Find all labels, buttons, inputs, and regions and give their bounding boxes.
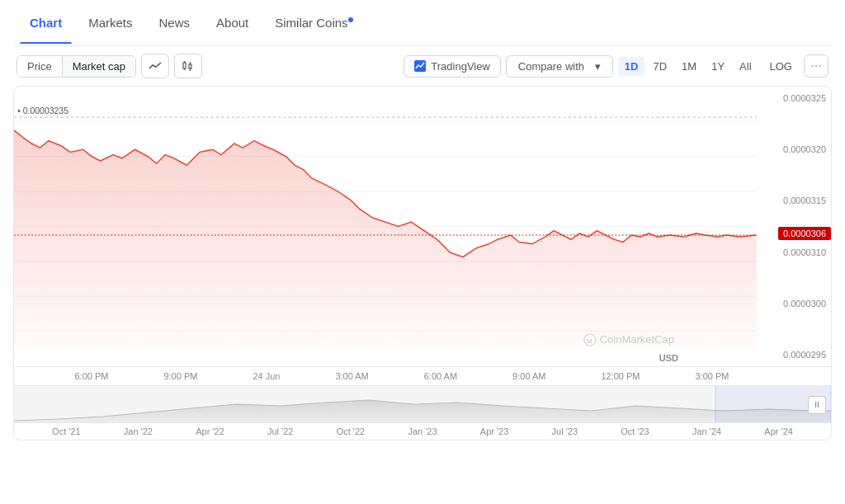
candle-chart-icon-button[interactable]: [174, 54, 202, 78]
line-chart-icon: [149, 61, 162, 71]
line-chart-icon-button[interactable]: [141, 54, 169, 78]
tab-navigation: Chart Markets News About Similar Coins: [13, 0, 832, 46]
mini-x-6: Jan '23: [408, 426, 437, 436]
price-chart-svg: • 0.00003235: [14, 87, 757, 366]
log-button[interactable]: LOG: [763, 57, 799, 76]
mini-x-8: Jul '23: [552, 426, 578, 436]
chart-toolbar: Price Market cap TradingView: [13, 46, 832, 86]
tab-chart[interactable]: Chart: [20, 9, 72, 36]
chart-x-axis: 6:00 PM 9:00 PM 24 Jun 3:00 AM 6:00 AM 9…: [14, 366, 831, 385]
mini-x-1: Oct '21: [52, 426, 81, 436]
time-range-group: 1D 7D 1M 1Y All: [618, 57, 758, 76]
mini-x-9: Oct '23: [621, 426, 649, 436]
watermark-text: CoinMarketCap: [600, 333, 674, 346]
tab-about[interactable]: About: [206, 9, 258, 36]
x-label-4: 3:00 AM: [335, 371, 368, 381]
time-1y-button[interactable]: 1Y: [705, 57, 731, 76]
pause-icon: ⏸: [813, 400, 821, 409]
x-label-3: 24 Jun: [253, 371, 280, 381]
ellipsis-icon: ···: [810, 59, 821, 73]
candle-chart-icon: [182, 60, 195, 72]
mini-x-axis: Oct '21 Jan '22 Apr '22 Jul '22 Oct '22 …: [14, 422, 831, 440]
time-1d-button[interactable]: 1D: [618, 57, 645, 76]
svg-text:• 0.00003235: • 0.00003235: [17, 106, 68, 115]
mini-x-2: Jan '22: [124, 426, 153, 436]
main-container: Chart Markets News About Similar Coins P…: [0, 0, 845, 504]
chart-canvas: • 0.00003235 M CoinMarketCap: [14, 87, 757, 366]
mini-x-5: Oct '22: [337, 426, 366, 436]
chart-main: • 0.00003235 M CoinMarketCap: [14, 87, 831, 366]
y-label-2: 0.0000320: [757, 144, 826, 154]
mini-x-3: Apr '22: [196, 426, 224, 436]
tradingview-icon: [414, 60, 426, 72]
price-button[interactable]: Price: [17, 56, 63, 77]
x-label-1: 6:00 PM: [74, 371, 108, 381]
tab-similar-coins[interactable]: Similar Coins: [265, 9, 362, 36]
tab-news[interactable]: News: [149, 9, 201, 36]
tradingview-button[interactable]: TradingView: [404, 55, 501, 78]
mini-chart: ⏸: [14, 385, 831, 422]
x-label-5: 6:00 AM: [424, 371, 457, 381]
mini-chart-svg: [14, 385, 831, 422]
svg-text:M: M: [587, 337, 592, 345]
current-price-label: 0.0000306: [778, 227, 831, 240]
y-label-6: 0.0000300: [757, 299, 826, 309]
y-label-3: 0.0000315: [757, 195, 826, 205]
chevron-down-icon: ▾: [595, 60, 601, 73]
y-label-1: 0.0000325: [757, 93, 826, 103]
chart-y-axis: 0.0000325 0.0000320 0.0000315 0.0000310 …: [757, 87, 831, 366]
chart-wrapper: • 0.00003235 M CoinMarketCap: [13, 86, 832, 440]
x-label-2: 9:00 PM: [163, 371, 197, 381]
svg-rect-0: [183, 63, 186, 68]
time-1m-button[interactable]: 1M: [675, 57, 703, 76]
coinmarketcap-watermark: M CoinMarketCap: [583, 333, 674, 346]
compare-with-button[interactable]: Compare with ▾: [506, 55, 613, 78]
mini-x-4: Jul '22: [267, 426, 293, 436]
x-label-7: 12:00 PM: [601, 371, 640, 381]
tab-markets[interactable]: Markets: [78, 9, 142, 36]
similar-coins-dot: [348, 17, 353, 22]
mini-x-10: Jan '24: [692, 426, 721, 436]
more-options-button[interactable]: ···: [804, 54, 828, 78]
price-marketcap-group: Price Market cap: [17, 55, 136, 78]
svg-rect-3: [189, 64, 191, 68]
mini-x-11: Apr '24: [764, 426, 793, 436]
pause-button[interactable]: ⏸: [808, 396, 826, 414]
currency-label: USD: [659, 353, 678, 363]
time-all-button[interactable]: All: [733, 57, 758, 76]
mini-x-7: Apr '23: [480, 426, 509, 436]
y-label-7: 0.0000295: [757, 350, 826, 360]
cmc-logo-icon: M: [583, 333, 597, 346]
market-cap-button[interactable]: Market cap: [63, 56, 135, 77]
time-7d-button[interactable]: 7D: [646, 57, 673, 76]
x-label-8: 3:00 PM: [696, 371, 729, 381]
y-label-4: 0.0000310: [757, 247, 826, 257]
x-label-6: 9:00 AM: [512, 371, 545, 381]
